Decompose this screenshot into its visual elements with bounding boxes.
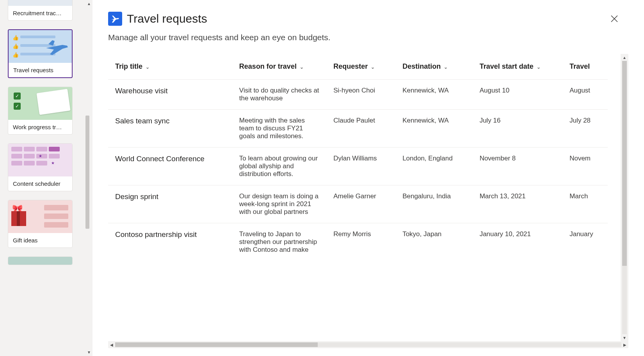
cell-requester: Si-hyeon Choi [326, 80, 395, 110]
cell-start-date: November 8 [473, 148, 563, 185]
template-label: Work progress tr… [8, 120, 72, 134]
vertical-scrollbar[interactable]: ▲ ▼ [621, 54, 628, 341]
column-header-start-date[interactable]: Travel start date⌄ [473, 54, 563, 80]
table-row[interactable]: Sales team syncMeeting with the sales te… [108, 110, 608, 148]
template-card-gift-ideas[interactable]: 🎀 Gift ideas [8, 200, 73, 248]
chevron-down-icon: ⌄ [371, 64, 375, 70]
template-card-content-scheduler[interactable]: ★ ★ Content scheduler [8, 143, 73, 191]
cell-trip-title: Design sprint [108, 185, 232, 223]
template-thumb: 👍 👍 👍 [9, 30, 72, 63]
airplane-icon [45, 39, 69, 57]
template-thumb: ✓ ✓ [8, 87, 72, 120]
column-header-trip-title[interactable]: Trip title⌄ [108, 54, 232, 80]
column-header-requester[interactable]: Requester⌄ [326, 54, 395, 80]
cell-requester: Dylan Williams [326, 148, 395, 185]
template-sidebar: ▲ Recruitment trac… 👍 👍 👍 Travel request… [0, 0, 93, 356]
cell-requester: Claude Paulet [326, 110, 395, 148]
template-thumb [8, 257, 72, 265]
cell-trip-title: Warehouse visit [108, 80, 232, 110]
scroll-down-icon[interactable]: ▼ [623, 334, 626, 341]
cell-destination: Kennewick, WA [395, 80, 473, 110]
column-header-reason[interactable]: Reason for travel⌄ [232, 54, 326, 80]
sidebar-scrollbar-thumb[interactable] [85, 116, 89, 229]
template-label: Content scheduler [8, 176, 72, 191]
table-container: Trip title⌄ Reason for travel⌄ Requester… [108, 54, 628, 348]
cell-destination: Kennewick, WA [395, 110, 473, 148]
cell-end-date: August [562, 80, 608, 110]
cell-destination: London, England [395, 148, 473, 185]
chevron-down-icon: ⌄ [300, 64, 304, 70]
template-card-next[interactable] [8, 256, 73, 265]
close-button[interactable] [610, 14, 621, 25]
template-label: Gift ideas [8, 233, 72, 247]
cell-requester: Remy Morris [326, 223, 395, 261]
chevron-down-icon: ⌄ [146, 64, 149, 70]
scroll-left-icon[interactable]: ◀ [108, 343, 115, 347]
template-label: Travel requests [9, 63, 72, 77]
cell-destination: Tokyo, Japan [395, 223, 473, 261]
template-thumb: 🎀 [8, 200, 72, 233]
page-title: Travel requests [127, 12, 207, 25]
cell-reason: Our design team is doing a week-long spr… [232, 185, 326, 223]
sidebar-scroll-down-icon[interactable]: ▼ [87, 350, 91, 354]
cell-end-date: Novem [562, 148, 608, 185]
horizontal-scrollbar[interactable]: ◀ ▶ [108, 341, 628, 348]
scrollbar-thumb[interactable] [115, 342, 318, 347]
column-header-travel-end[interactable]: Travel [562, 54, 608, 80]
table-row[interactable]: Contoso partnership visitTraveling to Ja… [108, 223, 608, 261]
cell-trip-title: Sales team sync [108, 110, 232, 148]
sidebar-scroll-up-icon[interactable]: ▲ [87, 2, 91, 6]
cell-start-date: January 10, 2021 [473, 223, 563, 261]
column-header-destination[interactable]: Destination⌄ [395, 54, 473, 80]
cell-reason: Visit to do quality checks at the wareho… [232, 80, 326, 110]
cell-start-date: August 10 [473, 80, 563, 110]
template-card-travel-requests[interactable]: 👍 👍 👍 Travel requests [8, 29, 73, 78]
cell-start-date: March 13, 2021 [473, 185, 563, 223]
cell-destination: Bengaluru, India [395, 185, 473, 223]
template-thumb [8, 0, 72, 6]
page-description: Manage all your travel requests and keep… [108, 33, 628, 42]
table-row[interactable]: World Connect ConferenceTo learn about g… [108, 148, 608, 185]
cell-reason: Traveling to Japan to strengthen our par… [232, 223, 326, 261]
airplane-icon [108, 12, 122, 26]
cell-start-date: July 16 [473, 110, 563, 148]
content-area: Travel requests Manage all your travel r… [93, 0, 644, 356]
scroll-up-icon[interactable]: ▲ [623, 54, 626, 61]
cell-reason: Meeting with the sales team to discuss F… [232, 110, 326, 148]
cell-end-date: March [562, 185, 608, 223]
travel-requests-table: Trip title⌄ Reason for travel⌄ Requester… [108, 54, 608, 261]
cell-trip-title: World Connect Conference [108, 148, 232, 185]
template-label: Recruitment trac… [8, 6, 72, 20]
chevron-down-icon: ⌄ [537, 64, 541, 70]
cell-trip-title: Contoso partnership visit [108, 223, 232, 261]
table-row[interactable]: Design sprintOur design team is doing a … [108, 185, 608, 223]
template-card-work-progress[interactable]: ✓ ✓ Work progress tr… [8, 87, 73, 135]
scroll-right-icon[interactable]: ▶ [621, 343, 628, 347]
cell-end-date: July 28 [562, 110, 608, 148]
template-thumb: ★ ★ [8, 144, 72, 176]
scrollbar-thumb[interactable] [622, 61, 627, 266]
cell-end-date: January [562, 223, 608, 261]
chevron-down-icon: ⌄ [444, 64, 448, 70]
table-row[interactable]: Warehouse visitVisit to do quality check… [108, 80, 608, 110]
cell-requester: Amelie Garner [326, 185, 395, 223]
cell-reason: To learn about growing our global allysh… [232, 148, 326, 185]
template-card-recruitment[interactable]: Recruitment trac… [8, 0, 73, 21]
